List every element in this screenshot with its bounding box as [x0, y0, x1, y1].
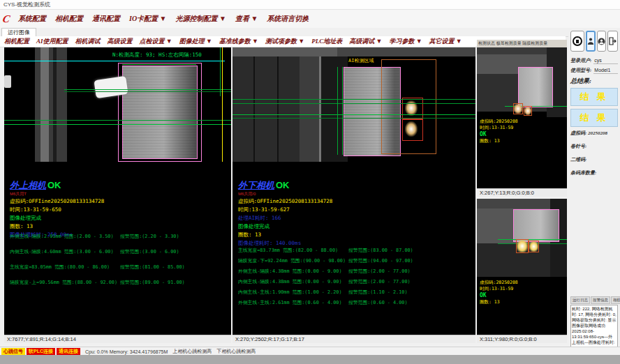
measurement-row: 内侧主线-主线:1.90mm 范围:(1.00 - 2.20) 报警范围:(1.… — [238, 289, 474, 299]
machine-panel — [300, 56, 319, 162]
toolbar-item[interactable]: 高级设置 — [108, 37, 133, 46]
result-box-1-text: 结 果 — [580, 91, 608, 103]
result-box-1: 结 果 — [570, 88, 618, 106]
qr-code-label: 二维码: — [570, 156, 618, 163]
measurement-value: 内侧主线-主线:1.90mm 范围:(1.00 - 2.20) — [238, 289, 342, 296]
camera-title: 外上相机 — [10, 179, 46, 192]
overlay-line: 圈数: 13 — [480, 138, 518, 144]
done-line: 图像处理完成 — [238, 222, 473, 231]
barcode-line: 虚拟码:OFFIine20250208133134728 — [10, 197, 228, 206]
overlay-line: 虚拟码:20250208 — [480, 119, 518, 125]
baseline-cyan-line — [4, 61, 225, 61]
measurement-value: 主线宽度=83.73mm 范围:(82.00 - 88.00) — [238, 247, 338, 254]
status-badges: 心跳信号软PLC连接通讯连接 — [0, 348, 80, 355]
menu-items: 系统配置相机配置通讯配置IO卡配置 ▼光源控制配置 ▼查看 ▼系统语言切换 — [18, 14, 318, 24]
needle-number-label: 卷针号: — [570, 143, 618, 150]
cam-down-heartbeat: 下相机心跳检测高 — [216, 348, 256, 355]
menu-item[interactable]: IO卡配置 ▼ — [129, 14, 167, 24]
result-box-2: 结 果 — [570, 109, 618, 127]
measurement-value: 内侧主线-隔膜:4.38mm 范围:(0.00 - 9.00) — [238, 278, 342, 285]
small-camera-image-2[interactable] — [477, 199, 567, 277]
toolbar-item[interactable]: 高级调试 ▼ — [349, 37, 382, 46]
toolbar-item[interactable]: 点检设置 ▼ — [140, 37, 172, 46]
toolbar-item[interactable]: 相机配置 — [4, 37, 29, 46]
cell-top-line-green — [122, 64, 196, 65]
menu-item[interactable]: 系统配置 — [18, 14, 46, 24]
logout-icon — [608, 37, 617, 45]
camera-view-lower[interactable]: AI检测区域 外下相机OK M6共用/0 虚拟码:OFFIine20250208… — [232, 47, 475, 343]
measurement-row: 外侧主线-隔膜:4.38mm 范围:(0.00 - 9.00) 报警范围:(2.… — [238, 268, 474, 278]
virtual-code-label: 虚拟码: 20250208 — [570, 130, 618, 137]
toolbar-item[interactable]: 相机调试 — [75, 37, 101, 46]
small-camera-view-1[interactable]: 虚拟码:20250208 时间:13-31-59 OK 圈数: 13 X:267… — [477, 47, 567, 197]
operator-button[interactable] — [597, 31, 606, 52]
measurement-row: 隔膜宽度-上=90.56mm 范围:(88.00 - 92.00) 报警范围:(… — [10, 279, 230, 294]
window-titlebar: CYS-视觉检测系统 — [0, 0, 620, 10]
toolbar-item[interactable]: 图像处理 ▼ — [179, 37, 212, 46]
log-tab[interactable]: 相机信息 — [611, 296, 620, 304]
app-logo-icon: C — [1, 13, 15, 24]
machine-column — [35, 47, 67, 162]
measurement-alarm-range: 报警范围:(1.10 - 2.10) — [348, 289, 407, 296]
measurement-alarm-range: 报警范围:(81.00 - 85.00) — [120, 264, 185, 271]
model-value: Model1 — [593, 68, 618, 74]
overlay-line: 圈数: 13 — [480, 299, 518, 305]
total-result-label: 总结果: — [570, 77, 618, 86]
login-user-button[interactable] — [586, 31, 596, 52]
small-camera-view-2[interactable]: 虚拟码:20250208 时间:13-31-59 OK 圈数: 13 X:311… — [477, 199, 567, 343]
measure-line-green — [64, 91, 231, 92]
edge-line-yellow — [222, 47, 223, 162]
tab-label: 运行图像 — [8, 29, 30, 36]
tab-highlight-blob — [513, 103, 523, 114]
measure-line-green — [4, 120, 231, 121]
log-text[interactable]: 耗时: 222, 网络检测耗时: 17, 网络分类耗时: 0, 网络获取分类耗时… — [570, 305, 618, 348]
measurement-alarm-range: 报警范围:(2.20 - 3.30) — [120, 233, 179, 240]
toolbar-item[interactable]: AI使用配置 — [36, 37, 68, 46]
measurement-row: 主线宽度=83.73mm 范围:(82.00 - 88.00) 报警范围:(83… — [238, 247, 474, 257]
status-badge: 通讯连接 — [57, 348, 80, 355]
status-badge: 心跳信号 — [1, 348, 25, 355]
ai-region-label: AI检测区域 — [348, 57, 374, 64]
menu-item[interactable]: 通讯配置 — [92, 14, 120, 24]
menu-item[interactable]: 光源控制配置 ▼ — [176, 14, 226, 24]
toolbar-item[interactable]: 学习参数 ▼ — [389, 37, 422, 46]
edge-line-green — [342, 67, 343, 155]
control-panel: 登录用户: cys 使用型号: Model1 总结果: 结 果 结 果 虚拟码:… — [568, 28, 620, 347]
measurement-alarm-range: 报警范围:(83.00 - 87.00) — [348, 247, 413, 254]
toolbar-item[interactable]: 基准线参数 ▼ — [219, 37, 258, 46]
barcode-line: 虚拟码:OFFIine20250208133134728 — [238, 197, 473, 206]
camera-image-upper[interactable]: N:检测高度: 93; HS:左右间隔:150 — [4, 47, 231, 162]
tab-highlight-blob — [405, 121, 418, 137]
log-tab[interactable]: 运行日志 — [570, 296, 590, 304]
result-block-lower: 外下相机OK M6共用/0 虚拟码:OFFIine202502081331347… — [238, 179, 473, 248]
toolbar-item[interactable]: 测试项参数 ▼ — [265, 37, 304, 46]
overlay-line: 时间:13-31-59 — [480, 125, 518, 131]
cycle-line: 圈数: 13 — [238, 231, 473, 239]
measure-line-green — [232, 118, 475, 119]
log-tabs: 运行日志报警信息相机信息 — [570, 296, 618, 304]
ok-status: OK — [276, 180, 290, 190]
pixel-coords-upper: X:7677;Y:891;R:14;G:14;B:14 — [4, 335, 231, 343]
ok-status: OK — [480, 292, 518, 299]
measurement-value: 主线宽度=83.05mm 范围:(80.00 - 86.00) — [10, 264, 110, 271]
machine-seam — [253, 56, 255, 162]
pause-button[interactable] — [570, 31, 584, 52]
camera-image-lower[interactable]: AI检测区域 — [232, 47, 475, 162]
log-tab[interactable]: 报警信息 — [591, 296, 610, 304]
small-camera-image-1[interactable] — [477, 47, 567, 117]
measure-line-green — [232, 103, 475, 104]
tab-highlight-blob — [516, 239, 529, 253]
measurement-value: 隔膜宽度-下=92.24mm 范围:(90.00 - 98.00) — [238, 257, 346, 264]
measurement-value: 隔膜宽度-上=90.56mm 范围:(88.00 - 92.00) — [10, 279, 117, 286]
menu-item[interactable]: 相机配置 — [55, 14, 83, 24]
toolbar-item[interactable]: PLC地址表 — [311, 37, 342, 46]
measurement-alarm-range: 报警范围:(0.60 - 4.00) — [348, 299, 407, 306]
toolbar-item[interactable]: 其它设置 ▼ — [429, 37, 462, 46]
menu-item[interactable]: 系统语言切换 — [267, 14, 309, 24]
overlay-line: 时间:13-31-59 — [480, 286, 518, 292]
measurement-value: 外侧主线-主线:2.61mm 范围:(0.60 - 4.00) — [238, 299, 342, 306]
user-icon — [587, 37, 594, 45]
exit-button[interactable] — [607, 31, 618, 52]
camera-view-upper[interactable]: N:检测高度: 93; HS:左右间隔:150 外上相机OK M6共用T 虚拟码… — [4, 47, 231, 343]
menu-item[interactable]: 查看 ▼ — [235, 14, 258, 24]
